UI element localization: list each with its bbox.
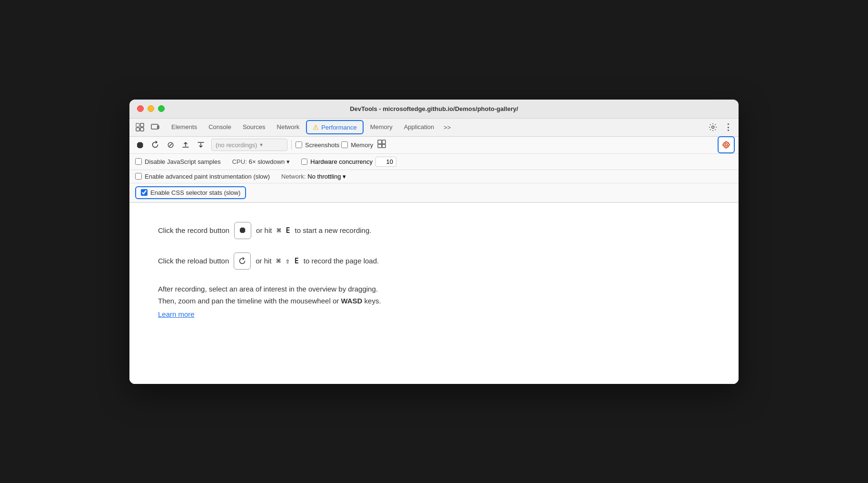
record-shortcut: ⌘ [276,226,281,235]
tab-elements[interactable]: Elements [166,118,203,136]
tab-console[interactable]: Console [203,118,237,136]
window-title: DevTools - microsoftedge.github.io/Demos… [350,105,518,112]
reload-icon-box [234,252,251,270]
hardware-concurrency-checkbox[interactable] [301,159,307,165]
css-selector-checkbox[interactable] [141,189,148,196]
reload-suffix: to record the page load. [304,257,379,265]
disable-js-samples-checkbox[interactable] [135,158,142,165]
tab-performance[interactable]: ⚠ Performance [306,120,363,134]
reload-shortcut-shift: ⇧ [286,257,290,265]
reload-shortcut-cmd: ⌘ [276,257,281,265]
svg-point-11 [725,144,728,146]
dropdown-arrow-icon: ▾ [260,141,263,148]
settings-button[interactable] [706,121,720,134]
record-key: E [286,226,290,235]
advanced-paint-label[interactable]: Enable advanced paint instrumentation (s… [145,173,270,180]
download-button[interactable] [194,138,207,151]
record-button[interactable]: ⏺ [133,138,147,151]
cpu-label: CPU: [232,158,247,165]
tab-application[interactable]: Application [398,118,440,136]
cpu-dropdown-arrow: ▾ [286,158,290,165]
cpu-throttle-group: CPU: 6× slowdown ▾ [232,158,290,165]
memory-label[interactable]: Memory [351,141,373,149]
screenshots-checkbox-group: Screenshots [296,141,339,149]
reload-instruction-text: Click the reload button [158,257,229,265]
svg-rect-7 [378,140,382,144]
record-shortcut-prefix: or hit [256,226,272,234]
tab-icons [133,121,162,134]
hardware-concurrency-label[interactable]: Hardware concurrency [310,158,373,165]
options-row-1: Disable JavaScript samples CPU: 6× slowd… [129,154,739,170]
maximize-button[interactable] [158,105,165,112]
network-value: No throttling [307,173,341,180]
more-options-button[interactable]: ⋮ [721,121,735,134]
svg-point-6 [712,126,714,129]
reload-key: E [295,257,299,265]
css-selector-label[interactable]: Enable CSS selector stats (slow) [150,189,240,196]
network-dropdown[interactable]: No throttling ▾ [307,173,346,180]
screenshots-checkbox[interactable] [296,141,302,148]
performance-settings-button[interactable] [718,136,735,153]
main-content: Click the record button ⏺ or hit ⌘ E to … [129,203,739,384]
toolbar-separator [291,140,292,150]
minimize-button[interactable] [148,105,154,112]
paint-icon [377,139,386,151]
clear-button[interactable]: ⊘ [164,138,177,151]
record-icon-box: ⏺ [234,222,251,239]
device-toolbar-icon[interactable] [148,121,162,134]
svg-rect-0 [136,123,139,127]
reload-shortcut-prefix: or hit [256,257,271,265]
options-row-2: Enable advanced paint instrumentation (s… [129,170,739,183]
svg-rect-10 [382,144,385,148]
close-button[interactable] [137,105,144,112]
more-tabs-button[interactable]: >> [440,124,454,131]
disable-js-samples-label[interactable]: Disable JavaScript samples [145,158,221,165]
network-arrow-icon: ▾ [343,173,346,180]
upload-button[interactable] [179,138,192,151]
svg-rect-8 [378,144,382,148]
after-line1: After recording, select an area of inter… [158,285,378,293]
reload-record-button[interactable] [148,138,162,151]
learn-more-link[interactable]: Learn more [158,308,381,321]
tab-bar: Elements Console Sources Network ⚠ Perfo… [129,119,739,137]
tab-actions: ⋮ [706,121,735,134]
record-suffix: to start a new recording. [295,226,372,234]
hardware-concurrency-input[interactable] [375,157,396,167]
record-instruction-row: Click the record button ⏺ or hit ⌘ E to … [158,222,371,239]
advanced-paint-group: Enable advanced paint instrumentation (s… [135,173,270,180]
reload-instruction-row: Click the reload button or hit ⌘ ⇧ E to … [158,252,379,270]
after-recording-block: After recording, select an area of inter… [158,283,381,321]
advanced-paint-checkbox[interactable] [135,173,142,180]
devtools-window: DevTools - microsoftedge.github.io/Demos… [129,100,739,384]
devtools-body: Elements Console Sources Network ⚠ Perfo… [129,119,739,384]
inspect-element-icon[interactable] [133,121,147,134]
css-selector-box: Enable CSS selector stats (slow) [135,186,246,199]
hardware-concurrency-group: Hardware concurrency [301,157,396,167]
recording-placeholder: (no recordings) [216,141,257,149]
network-label: Network: [281,173,306,180]
network-throttle-group: Network: No throttling ▾ [281,173,346,180]
wasd-label: WASD [341,297,362,305]
disable-js-samples-group: Disable JavaScript samples [135,158,221,165]
recording-dropdown[interactable]: (no recordings) ▾ [211,139,287,151]
memory-checkbox[interactable] [341,141,348,148]
traffic-lights [137,105,165,112]
svg-rect-3 [140,128,144,131]
css-selector-row: Enable CSS selector stats (slow) [129,183,739,202]
performance-warning-icon: ⚠ [313,123,319,131]
memory-checkbox-group: Memory [341,141,373,149]
titlebar: DevTools - microsoftedge.github.io/Demos… [129,100,739,119]
svg-rect-9 [382,140,385,144]
svg-rect-4 [151,124,158,129]
screenshots-label[interactable]: Screenshots [305,141,339,149]
tab-network[interactable]: Network [271,118,306,136]
after-end: keys. [365,297,381,305]
cpu-value-dropdown[interactable]: 6× slowdown ▾ [249,158,290,165]
after-line2: Then, zoom and pan the timeline with the… [158,297,339,305]
main-toolbar: ⏺ ⊘ [129,137,739,154]
tab-sources[interactable]: Sources [237,118,271,136]
svg-rect-1 [140,123,144,127]
record-instruction-text: Click the record button [158,226,229,234]
tab-memory[interactable]: Memory [365,118,398,136]
svg-rect-2 [136,128,139,131]
